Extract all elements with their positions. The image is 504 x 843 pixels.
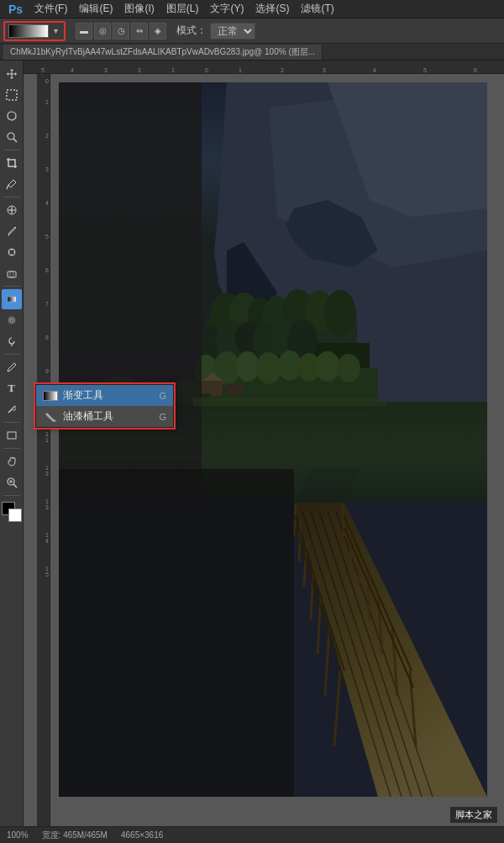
svg-rect-14 [8,297,16,302]
paint-tool-key: G [159,412,166,422]
ruler-tick: 4 [37,200,50,206]
svg-rect-92 [59,82,202,503]
svg-line-2 [13,139,17,142]
canvas-content: 0 1 2 3 4 5 6 7 8 9 10 11 12 13 14 15 [37,74,504,826]
gradient-angle-btn[interactable]: ◷ [113,23,129,40]
canvas-area: 5 4 3 2 1 0 1 2 3 4 5 6 0 1 2 3 4 [24,61,504,826]
status-bar: 100% 宽度: 465M/465M 4665×3616 [0,826,504,843]
ruler-tick: 7 [37,301,50,307]
svg-rect-18 [8,432,16,439]
mode-select[interactable]: 正常 [210,23,255,40]
ruler-tick: 2 [281,67,284,73]
photo-canvas [59,82,487,797]
ruler-tick: 14 [37,532,50,544]
dodge-tool[interactable] [2,331,22,351]
gradient-radial-btn[interactable]: ◎ [94,23,111,40]
ruler-tick: 1 [239,67,242,73]
paint-bucket-menu-item[interactable]: 油漆桶工具 G [36,406,173,427]
clone-tool[interactable] [2,242,22,262]
gradient-diamond-btn[interactable]: ◈ [150,23,166,40]
dimensions: 4665×3616 [121,830,163,840]
zoom-tool[interactable] [2,472,22,493]
eraser-tool[interactable] [2,263,22,283]
ruler-tick: 0 [205,67,208,73]
ruler-tick: 12 [37,465,50,477]
toolbar: T [0,61,24,826]
menu-text[interactable]: 文字(Y) [205,0,249,18]
doc-size: 宽度: 465M/465M [42,830,108,841]
hand-tool[interactable] [2,451,22,472]
blur-tool[interactable] [2,310,22,330]
gradient-options-group: ▼ [3,21,66,41]
svg-point-16 [10,319,13,322]
svg-rect-94 [193,398,386,406]
tool-divider-1 [3,150,20,150]
menu-image[interactable]: 图像(I) [119,0,159,18]
brush-tool[interactable] [2,221,22,241]
svg-line-82 [343,504,344,536]
ruler-tick: 3 [323,67,326,73]
ruler-tick: 5 [423,67,427,73]
ruler-tick: 1 [37,99,50,105]
ruler-tick: 5 [41,67,45,73]
tool-divider-6 [3,448,20,449]
gradient-linear-btn[interactable]: ▬ [76,23,92,40]
gradient-tool-key: G [159,391,166,401]
svg-line-3 [7,185,8,189]
gradient-reflect-btn[interactable]: ⇔ [131,23,148,40]
crop-tool[interactable] [2,153,22,173]
ps-logo: Ps [3,3,28,16]
ruler-tick: 1 [171,67,175,73]
color-chips[interactable] [2,502,22,522]
move-tool[interactable] [2,64,22,84]
gradient-tool-menu-item[interactable]: 渐变工具 G [36,385,173,406]
svg-point-95 [54,419,56,422]
ruler-tick: 3 [37,166,50,172]
document-tab[interactable]: ChMkJ1bKyRyITvBjAA47wLstZFdsAALIKABTpVwA… [3,45,323,60]
gradient-dropdown-arrow[interactable]: ▼ [52,27,60,35]
gradient-menu-icon [43,390,58,402]
zoom-level: 100% [7,830,29,840]
pen-tool[interactable] [2,357,22,377]
menu-file[interactable]: 文件(F) [29,0,72,18]
gradient-type-icons: ▬ ◎ ◷ ⇔ ◈ [76,23,166,40]
svg-point-52 [315,351,340,382]
ruler-tick: 11 [37,431,50,443]
ruler-tick: 8 [37,335,50,340]
menu-layer[interactable]: 图层(L) [161,0,204,18]
menu-select[interactable]: 选择(S) [250,0,294,18]
quick-select-tool[interactable] [2,127,22,147]
ruler-tick: 0 [37,78,50,84]
ruler-tick: 2 [138,67,141,73]
text-tool[interactable]: T [2,378,22,398]
context-menu: 渐变工具 G 油漆桶工具 G [35,384,174,428]
gradient-tool[interactable] [2,289,22,309]
eyedropper-tool[interactable] [2,174,22,194]
gradient-tool-label: 渐变工具 [63,388,103,403]
tool-divider-7 [3,495,20,496]
svg-point-48 [236,351,260,382]
rect-select-tool[interactable] [2,85,22,105]
svg-line-73 [294,504,296,536]
shape-tool[interactable] [2,425,22,445]
menu-edit[interactable]: 编辑(E) [74,0,118,18]
menu-filter[interactable]: 滤镜(T) [296,0,339,18]
healing-tool[interactable] [2,200,22,220]
ruler-left: 0 1 2 3 4 5 6 7 8 9 10 11 12 13 14 15 [37,74,50,826]
ruler-tick: 3 [104,67,108,73]
svg-rect-93 [59,469,294,797]
path-select-tool[interactable] [2,399,22,419]
svg-rect-56 [227,383,244,395]
ruler-tick: 15 [37,566,50,577]
ruler-top: 5 4 3 2 1 0 1 2 3 4 5 6 [24,61,504,74]
svg-point-37 [324,290,356,337]
lasso-tool[interactable] [2,106,22,126]
background-color[interactable] [8,508,22,522]
svg-point-50 [278,350,302,381]
gradient-preview[interactable] [8,24,49,38]
ruler-tick: 6 [474,67,477,73]
svg-rect-0 [7,90,17,100]
ruler-tick: 6 [37,267,50,273]
options-bar: ▼ ▬ ◎ ◷ ⇔ ◈ 模式： 正常 [0,18,504,44]
tool-divider-2 [3,197,20,198]
